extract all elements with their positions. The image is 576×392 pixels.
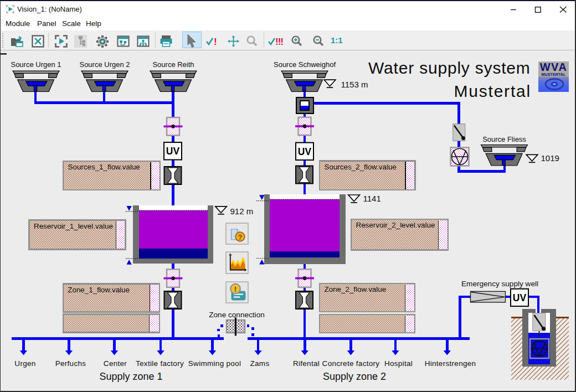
svg-text:WVA: WVA bbox=[540, 61, 568, 73]
svg-text:Source Urgen 1: Source Urgen 1 bbox=[11, 60, 61, 69]
svg-text:Rifental: Rifental bbox=[293, 359, 320, 368]
svg-text:Sources_1_flow.value: Sources_1_flow.value bbox=[68, 163, 140, 171]
svg-text:Zone_1_flow.value: Zone_1_flow.value bbox=[68, 286, 130, 294]
svg-text:Urgen: Urgen bbox=[14, 359, 35, 368]
svg-text:Concrete factory: Concrete factory bbox=[322, 359, 380, 368]
svg-text:912 m: 912 m bbox=[230, 207, 254, 216]
svg-text:!: ! bbox=[234, 285, 237, 293]
svg-text:Mustertal: Mustertal bbox=[454, 82, 531, 100]
svg-text:?: ? bbox=[238, 233, 243, 241]
svg-text:1153 m: 1153 m bbox=[341, 80, 368, 89]
svg-text:Emergency supply well: Emergency supply well bbox=[461, 280, 538, 288]
svg-text:Supply zone 2: Supply zone 2 bbox=[323, 371, 386, 382]
svg-text:Water supply system: Water supply system bbox=[368, 59, 531, 77]
svg-text:Zone_2_flow.value: Zone_2_flow.value bbox=[325, 285, 387, 293]
svg-text:Center: Center bbox=[104, 359, 127, 368]
svg-text:MUSTERTAL: MUSTERTAL bbox=[542, 72, 566, 77]
svg-text:Source Urgen 2: Source Urgen 2 bbox=[79, 60, 130, 69]
svg-text:Source Reith: Source Reith bbox=[152, 60, 194, 69]
svg-text:Zams: Zams bbox=[250, 359, 270, 368]
svg-text:Source Fliess: Source Fliess bbox=[482, 135, 526, 143]
svg-text:Hinterstrengen: Hinterstrengen bbox=[425, 359, 476, 368]
svg-text:Supply zone 1: Supply zone 1 bbox=[99, 371, 162, 382]
svg-text:Hospital: Hospital bbox=[384, 359, 413, 368]
svg-text:Perfuchs: Perfuchs bbox=[55, 359, 86, 368]
svg-text:Reservoir_1_level.value: Reservoir_1_level.value bbox=[34, 222, 113, 230]
svg-text:Textile factory: Textile factory bbox=[136, 359, 184, 368]
svg-text:Sources_2_flow.value: Sources_2_flow.value bbox=[325, 163, 397, 171]
svg-text:Reservoir_2_level.value: Reservoir_2_level.value bbox=[356, 221, 435, 229]
svg-text:Source Schweighof: Source Schweighof bbox=[274, 60, 336, 69]
svg-text:1019: 1019 bbox=[541, 153, 559, 163]
svg-text:Swimming pool: Swimming pool bbox=[188, 359, 241, 368]
svg-text:1141: 1141 bbox=[363, 194, 381, 203]
svg-text:Zone connection: Zone connection bbox=[209, 311, 265, 319]
